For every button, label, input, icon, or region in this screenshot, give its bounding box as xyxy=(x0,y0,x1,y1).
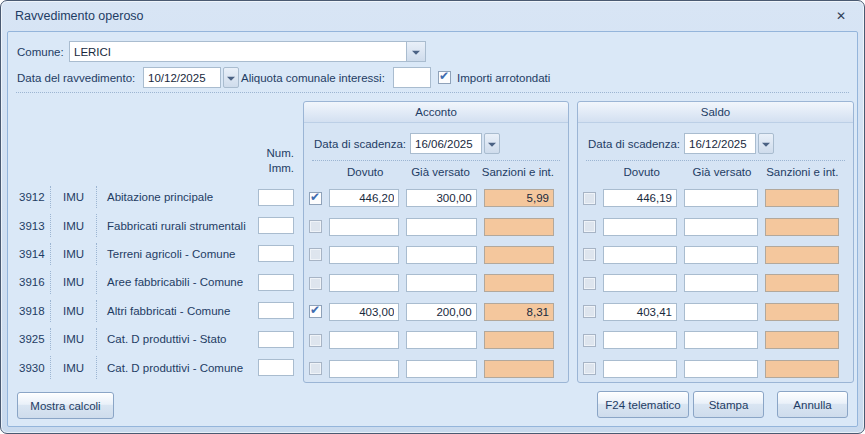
annulla-button[interactable]: Annulla xyxy=(777,391,848,418)
saldo-versato-input[interactable] xyxy=(684,360,758,378)
num-imm-input[interactable] xyxy=(258,359,294,376)
acconto-versato-input[interactable] xyxy=(406,331,476,349)
comune-dropdown-arrow-icon[interactable] xyxy=(406,42,425,61)
acconto-versato-input[interactable] xyxy=(406,189,476,207)
saldo-dovuto-input[interactable] xyxy=(603,303,677,321)
saldo-dovuto-input[interactable] xyxy=(603,189,677,207)
saldo-dovuto-input[interactable] xyxy=(603,218,677,236)
tributo-tax: IMU xyxy=(63,333,96,345)
tributi-row-3912: 3912 IMU Abitazione principale xyxy=(8,183,304,211)
data-ravvedimento-dropdown-arrow-icon[interactable] xyxy=(223,67,239,88)
acconto-dovuto-input[interactable] xyxy=(329,360,399,378)
tributo-code: 3914 xyxy=(19,248,50,260)
acconto-row-checkbox[interactable] xyxy=(309,305,322,318)
saldo-sanzioni-field xyxy=(765,303,839,321)
acconto-column-headers: Dovuto Già versato Sanzioni e int. xyxy=(304,166,568,178)
tributo-desc: Aree fabbricabili - Comune xyxy=(107,276,243,288)
comune-combobox[interactable] xyxy=(69,41,426,62)
acconto-row-checkbox[interactable] xyxy=(309,248,322,261)
acconto-dovuto-input[interactable] xyxy=(329,303,399,321)
acconto-row-4 xyxy=(304,269,568,297)
num-imm-input[interactable] xyxy=(258,302,294,319)
column-separator xyxy=(50,300,51,322)
acconto-row-checkbox[interactable] xyxy=(309,277,322,290)
acconto-row-1 xyxy=(304,184,568,212)
acconto-versato-input[interactable] xyxy=(406,218,476,236)
saldo-scadenza-input[interactable] xyxy=(684,133,756,154)
saldo-group-title: Saldo xyxy=(578,102,853,123)
acconto-row-checkbox[interactable] xyxy=(309,362,322,375)
saldo-versato-input[interactable] xyxy=(684,189,758,207)
tributo-code: 3913 xyxy=(19,220,50,232)
close-icon[interactable]: ✕ xyxy=(831,8,851,25)
acconto-sanzioni-field xyxy=(484,331,554,349)
f24-telematico-button[interactable]: F24 telematico xyxy=(597,391,689,418)
num-imm-input[interactable] xyxy=(258,274,294,291)
saldo-dovuto-input[interactable] xyxy=(603,246,677,264)
acconto-rows xyxy=(304,184,568,383)
saldo-sanzioni-field xyxy=(765,274,839,292)
tributo-tax: IMU xyxy=(63,191,96,203)
saldo-dovuto-input[interactable] xyxy=(603,274,677,292)
importi-arrotondati-checkbox[interactable] xyxy=(438,71,451,84)
saldo-col-dovuto: Dovuto xyxy=(605,166,678,178)
saldo-row-checkbox[interactable] xyxy=(583,305,596,318)
acconto-dovuto-input[interactable] xyxy=(329,274,399,292)
acconto-dovuto-input[interactable] xyxy=(329,189,399,207)
saldo-dovuto-input[interactable] xyxy=(603,360,677,378)
comune-input[interactable] xyxy=(70,42,406,61)
saldo-sanzioni-field xyxy=(765,246,839,264)
saldo-row-checkbox[interactable] xyxy=(583,334,596,347)
acconto-row-checkbox[interactable] xyxy=(309,220,322,233)
acconto-dovuto-input[interactable] xyxy=(329,218,399,236)
num-imm-input[interactable] xyxy=(258,245,294,262)
column-separator xyxy=(50,186,51,208)
acconto-versato-input[interactable] xyxy=(406,303,476,321)
num-imm-input[interactable] xyxy=(258,189,294,206)
acconto-versato-input[interactable] xyxy=(406,360,476,378)
stampa-button[interactable]: Stampa xyxy=(693,391,764,418)
acconto-scadenza-input[interactable] xyxy=(410,133,482,154)
data-ravvedimento-label: Data del ravvedimento: xyxy=(17,72,135,84)
saldo-versato-input[interactable] xyxy=(684,331,758,349)
saldo-versato-input[interactable] xyxy=(684,218,758,236)
saldo-versato-input[interactable] xyxy=(684,246,758,264)
num-imm-input[interactable] xyxy=(258,217,294,234)
acconto-versato-input[interactable] xyxy=(406,274,476,292)
saldo-row-checkbox[interactable] xyxy=(583,362,596,375)
data-ravvedimento-input[interactable] xyxy=(143,67,221,88)
acconto-row-checkbox[interactable] xyxy=(309,192,322,205)
tributi-list: 3912 IMU Abitazione principale 3913 IMU … xyxy=(8,183,304,382)
aliquota-label: Aliquota comunale interessi: xyxy=(241,72,385,84)
acconto-row-7 xyxy=(304,354,568,382)
saldo-row-checkbox[interactable] xyxy=(583,248,596,261)
acconto-scadenza-dropdown-arrow-icon[interactable] xyxy=(484,133,500,154)
tributi-row-3930: 3930 IMU Cat. D produttivi - Comune xyxy=(8,353,304,381)
acconto-dovuto-input[interactable] xyxy=(329,246,399,264)
aliquota-input[interactable] xyxy=(393,67,431,88)
acconto-separator xyxy=(312,160,560,161)
mostra-calcoli-button[interactable]: Mostra calcoli xyxy=(17,392,114,419)
tributo-desc: Altri fabbricati - Comune xyxy=(107,305,230,317)
acconto-versato-input[interactable] xyxy=(406,246,476,264)
column-separator xyxy=(96,356,97,378)
saldo-versato-input[interactable] xyxy=(684,303,758,321)
saldo-scadenza-dropdown-arrow-icon[interactable] xyxy=(758,133,774,154)
num-imm-input[interactable] xyxy=(258,331,294,348)
saldo-row-checkbox[interactable] xyxy=(583,220,596,233)
acconto-row-checkbox[interactable] xyxy=(309,334,322,347)
acconto-dovuto-input[interactable] xyxy=(329,331,399,349)
column-separator xyxy=(50,243,51,265)
acconto-col-dovuto: Dovuto xyxy=(331,166,399,178)
saldo-versato-input[interactable] xyxy=(684,274,758,292)
saldo-row-checkbox[interactable] xyxy=(583,277,596,290)
tributo-code: 3912 xyxy=(19,191,50,203)
saldo-row-checkbox[interactable] xyxy=(583,192,596,205)
dialog-body: Comune: Data del ravvedimento: Aliquota … xyxy=(7,31,858,427)
num-imm-header-line1: Num. xyxy=(243,146,294,161)
tributo-code: 3930 xyxy=(19,362,50,374)
acconto-scadenza-label: Data di scadenza: xyxy=(314,138,406,150)
acconto-sanzioni-field xyxy=(484,274,554,292)
column-separator xyxy=(96,186,97,208)
saldo-dovuto-input[interactable] xyxy=(603,331,677,349)
